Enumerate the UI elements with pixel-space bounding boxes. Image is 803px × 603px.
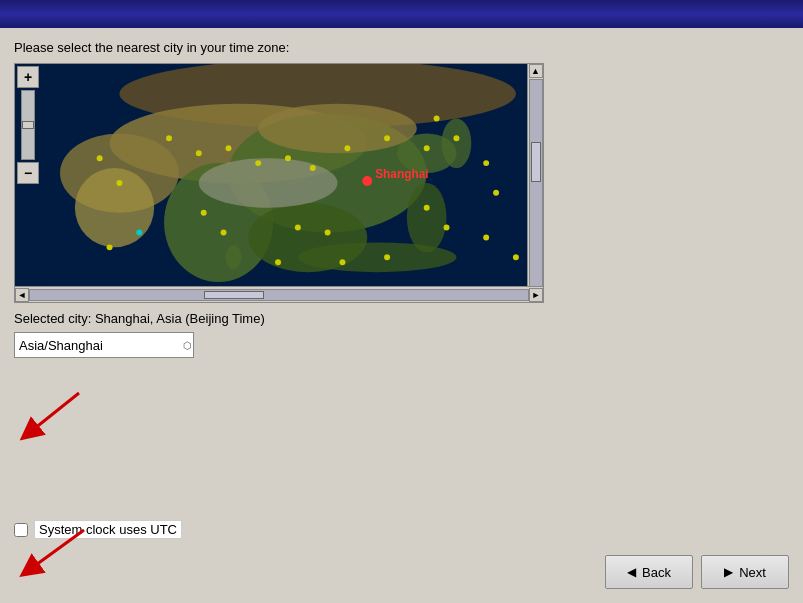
back-icon: ◀ <box>627 565 636 579</box>
scroll-thumb-horizontal[interactable] <box>204 291 264 299</box>
svg-point-40 <box>275 259 281 265</box>
svg-point-27 <box>221 230 227 236</box>
svg-point-11 <box>258 104 417 154</box>
map-container[interactable]: + − <box>14 63 544 303</box>
svg-point-35 <box>493 190 499 196</box>
svg-point-15 <box>97 155 103 161</box>
scroll-right-arrow[interactable]: ► <box>529 288 543 302</box>
svg-point-42 <box>434 116 440 122</box>
svg-line-46 <box>29 393 79 433</box>
map-scrollbar-vertical[interactable]: ▲ ▼ <box>527 64 543 302</box>
zoom-controls: + − <box>15 64 41 186</box>
svg-point-19 <box>255 160 261 166</box>
zoom-in-button[interactable]: + <box>17 66 39 88</box>
svg-point-29 <box>295 225 301 231</box>
svg-point-17 <box>196 150 202 156</box>
timezone-select-wrapper: Asia/Shanghai Asia/Beijing Asia/Hong_Kon… <box>14 332 194 358</box>
zoom-slider[interactable] <box>21 90 35 160</box>
svg-point-10 <box>199 158 338 208</box>
svg-point-33 <box>107 244 113 250</box>
scroll-left-arrow[interactable]: ◄ <box>15 288 29 302</box>
zoom-slider-thumb <box>22 121 34 129</box>
timezone-select[interactable]: Asia/Shanghai Asia/Beijing Asia/Hong_Kon… <box>14 332 194 358</box>
svg-point-12 <box>407 183 447 252</box>
scroll-up-arrow[interactable]: ▲ <box>529 64 543 78</box>
selected-city-label: Selected city: Shanghai, Asia (Beijing T… <box>14 311 789 326</box>
back-label: Back <box>642 565 671 580</box>
instruction-label: Please select the nearest city in your t… <box>14 40 789 55</box>
svg-point-38 <box>384 254 390 260</box>
svg-line-48 <box>29 530 84 570</box>
map-visual: Shanghai <box>39 64 527 286</box>
svg-point-7 <box>442 119 472 169</box>
svg-point-24 <box>424 145 430 151</box>
svg-point-21 <box>310 165 316 171</box>
svg-point-9 <box>75 168 154 247</box>
svg-point-14 <box>226 245 242 269</box>
svg-point-34 <box>483 160 489 166</box>
annotation-arrow-2 <box>14 525 94 583</box>
svg-point-36 <box>483 234 489 240</box>
svg-point-16 <box>166 135 172 141</box>
annotation-arrow-1 <box>14 388 84 446</box>
next-icon: ▶ <box>724 565 733 579</box>
map-svg: Shanghai <box>39 64 527 286</box>
map-scrollbar-horizontal[interactable]: ◄ ► <box>15 286 543 302</box>
svg-point-23 <box>384 135 390 141</box>
main-content: Please select the nearest city in your t… <box>0 40 803 358</box>
zoom-out-button[interactable]: − <box>17 162 39 184</box>
svg-point-32 <box>444 225 450 231</box>
next-button[interactable]: ▶ Next <box>701 555 789 589</box>
svg-point-39 <box>339 259 345 265</box>
svg-point-22 <box>344 145 350 151</box>
bottom-buttons: ◀ Back ▶ Next <box>605 555 789 589</box>
svg-point-30 <box>325 230 331 236</box>
svg-point-20 <box>285 155 291 161</box>
scroll-thumb-vertical[interactable] <box>531 142 541 182</box>
map-section: + − <box>14 63 544 303</box>
top-bar <box>0 0 803 28</box>
svg-point-13 <box>298 242 457 272</box>
svg-point-31 <box>424 205 430 211</box>
svg-point-28 <box>117 180 123 186</box>
next-label: Next <box>739 565 766 580</box>
svg-point-37 <box>513 254 519 260</box>
svg-point-41 <box>136 230 142 236</box>
scroll-track-vertical[interactable] <box>529 79 543 287</box>
svg-point-43 <box>362 176 372 186</box>
svg-text:Shanghai: Shanghai <box>375 167 428 181</box>
scroll-track-horizontal[interactable] <box>29 289 529 301</box>
svg-point-18 <box>226 145 232 151</box>
back-button[interactable]: ◀ Back <box>605 555 693 589</box>
svg-point-25 <box>453 135 459 141</box>
svg-point-26 <box>201 210 207 216</box>
